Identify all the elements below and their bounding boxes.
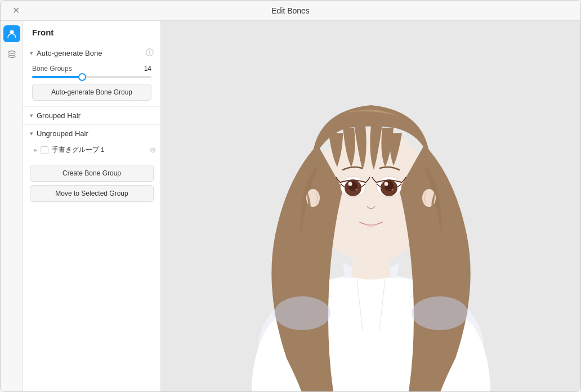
grouped-hair-label: Grouped Hair bbox=[37, 111, 81, 120]
grouped-hair-section: ▾ Grouped Hair bbox=[23, 106, 160, 124]
sidebar: Front ▾ Auto-generate Bone ⓘ Bone Groups… bbox=[23, 21, 161, 391]
character-illustration bbox=[219, 21, 523, 391]
close-button[interactable]: ✕ bbox=[10, 4, 22, 17]
auto-generate-content: Bone Groups 14 Auto-generate Bone Group bbox=[23, 62, 160, 106]
slider-track bbox=[32, 76, 151, 78]
auto-generate-btn[interactable]: Auto-generate Bone Group bbox=[32, 84, 151, 101]
svg-point-1 bbox=[8, 51, 15, 54]
ungrouped-hair-section: ▾ Ungrouped Hair ▸ 手書きグループ１ ⊘ bbox=[23, 124, 160, 157]
viewport bbox=[161, 21, 580, 391]
hair-item-checkbox[interactable] bbox=[41, 146, 48, 154]
hair-item-expand[interactable]: ▸ bbox=[34, 147, 37, 153]
move-to-selected-group-button[interactable]: Move to Selected Group bbox=[30, 185, 154, 202]
svg-point-22 bbox=[274, 296, 330, 330]
info-icon[interactable]: ⓘ bbox=[146, 48, 154, 58]
bone-groups-value: 14 bbox=[144, 65, 151, 73]
layer-icon bbox=[7, 49, 17, 59]
create-bone-group-button[interactable]: Create Bone Group bbox=[30, 165, 154, 182]
icon-rail bbox=[1, 21, 23, 391]
bone-groups-slider-container bbox=[32, 76, 151, 78]
titlebar: ✕ Edit Bones bbox=[1, 1, 580, 21]
auto-generate-section-header[interactable]: ▾ Auto-generate Bone ⓘ bbox=[23, 43, 160, 62]
hair-item-row: ▸ 手書きグループ１ ⊘ bbox=[23, 142, 160, 157]
bottom-buttons: Create Bone Group Move to Selected Group bbox=[23, 160, 160, 206]
window-title: Edit Bones bbox=[271, 6, 310, 15]
svg-point-18 bbox=[384, 182, 388, 186]
close-icon: ✕ bbox=[12, 5, 20, 16]
slider-thumb[interactable] bbox=[78, 73, 86, 81]
bone-groups-row: Bone Groups 14 bbox=[32, 65, 151, 73]
ungrouped-hair-label: Ungrouped Hair bbox=[37, 129, 88, 138]
character-canvas bbox=[219, 21, 523, 391]
svg-point-23 bbox=[412, 296, 468, 330]
main-content: Front ▾ Auto-generate Bone ⓘ Bone Groups… bbox=[1, 21, 580, 391]
svg-point-12 bbox=[348, 182, 352, 186]
auto-generate-label: Auto-generate Bone bbox=[37, 49, 102, 57]
slider-fill bbox=[32, 76, 82, 78]
grouped-hair-chevron: ▾ bbox=[30, 112, 33, 119]
bone-groups-label: Bone Groups bbox=[32, 65, 72, 73]
grouped-hair-header[interactable]: ▾ Grouped Hair bbox=[23, 107, 160, 124]
person-icon bbox=[7, 29, 17, 39]
ungrouped-hair-header[interactable]: ▾ Ungrouped Hair bbox=[23, 125, 160, 142]
layer-icon-button[interactable] bbox=[3, 46, 20, 62]
person-icon-button[interactable] bbox=[3, 25, 20, 42]
main-window: ✕ Edit Bones Front bbox=[0, 0, 581, 392]
hair-item-no-bone-icon: ⊘ bbox=[150, 146, 156, 154]
hair-item-label: 手書きグループ１ bbox=[52, 145, 146, 155]
sidebar-header: Front bbox=[23, 21, 160, 43]
auto-generate-chevron: ▾ bbox=[30, 49, 33, 57]
ungrouped-hair-chevron: ▾ bbox=[30, 130, 33, 137]
